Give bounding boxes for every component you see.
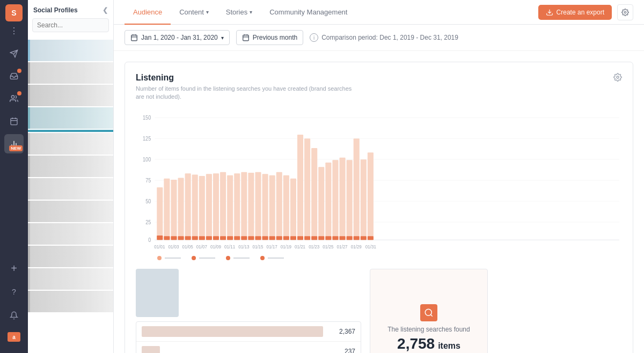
summary-unit: items (438, 341, 460, 351)
svg-rect-70 (276, 236, 282, 240)
legend-line-1 (165, 258, 181, 259)
svg-rect-3 (11, 119, 17, 125)
svg-rect-57 (234, 173, 240, 240)
sidebar-bottom: + ? a (4, 259, 24, 349)
sidebar-item-reports[interactable]: NEW (4, 134, 24, 153)
legend-item-2 (192, 256, 215, 260)
stats-table: 2,367 237 101 (136, 321, 361, 353)
stories-chevron: ▾ (250, 9, 252, 15)
svg-rect-95 (368, 152, 374, 240)
agorapulse-logo[interactable]: a (4, 329, 24, 344)
previous-month-button[interactable]: Previous month (236, 30, 303, 45)
svg-rect-49 (206, 174, 212, 240)
sidebar-item-calendar[interactable] (4, 112, 24, 131)
svg-text:01/03: 01/03 (168, 244, 179, 249)
legend-dot-1 (157, 256, 162, 260)
svg-rect-44 (185, 236, 191, 240)
svg-rect-55 (227, 175, 233, 240)
svg-rect-68 (269, 236, 275, 240)
chart-settings-button[interactable] (613, 73, 622, 84)
svg-rect-43 (185, 173, 191, 240)
svg-text:100: 100 (143, 156, 151, 163)
chart-subtitle: Number of items found in the listening s… (136, 85, 361, 101)
legend-line-4 (268, 258, 284, 259)
svg-rect-39 (171, 180, 177, 240)
svg-text:75: 75 (145, 177, 151, 183)
add-button[interactable]: + (4, 259, 24, 278)
svg-rect-51 (213, 173, 219, 240)
sidebar-item-send[interactable] (4, 44, 24, 63)
svg-rect-61 (248, 173, 254, 240)
filter-bar: Jan 1, 2020 - Jan 31, 2020 ▾ Previous mo… (114, 25, 644, 51)
tab-community-management[interactable]: Community Management (261, 0, 356, 25)
svg-text:01/11: 01/11 (224, 244, 235, 249)
legend-item-4 (260, 256, 284, 260)
svg-rect-84 (325, 236, 331, 240)
svg-rect-12 (131, 35, 137, 41)
inbox-badge (17, 69, 21, 73)
svg-rect-74 (290, 236, 296, 240)
users-badge (17, 91, 21, 95)
calendar-icon (130, 34, 138, 41)
svg-text:0: 0 (148, 237, 151, 243)
sidebar-item-users[interactable] (4, 89, 24, 108)
svg-rect-66 (262, 236, 268, 240)
bar-chart-svg: 150 125 100 75 50 25 0 (136, 110, 622, 249)
sidebar-item-inbox[interactable] (4, 67, 24, 86)
svg-text:01/25: 01/25 (323, 244, 333, 249)
svg-rect-38 (164, 236, 170, 240)
svg-rect-94 (361, 236, 367, 240)
collapse-button[interactable]: ❮ (103, 6, 108, 14)
tab-content[interactable]: Content ▾ (171, 0, 217, 25)
svg-text:01/13: 01/13 (238, 244, 249, 249)
svg-text:01/15: 01/15 (252, 244, 263, 249)
date-range-picker[interactable]: Jan 1, 2020 - Jan 31, 2020 ▾ (125, 30, 230, 45)
date-chevron: ▾ (221, 35, 224, 41)
summary-text: The listening searches found (387, 326, 470, 333)
top-nav: Audience Content ▾ Stories ▾ Community M… (114, 0, 644, 25)
svg-rect-76 (297, 236, 303, 240)
help-button[interactable]: ? (4, 282, 24, 301)
svg-rect-81 (318, 167, 324, 240)
svg-rect-85 (332, 160, 338, 240)
svg-rect-90 (347, 236, 353, 240)
stats-summary: The listening searches found 2,758 items… (370, 269, 488, 353)
svg-text:01/01: 01/01 (154, 244, 165, 249)
svg-point-20 (617, 76, 619, 78)
svg-point-2 (11, 95, 14, 98)
svg-rect-41 (178, 178, 184, 240)
avatar[interactable]: S (5, 4, 23, 21)
svg-text:01/09: 01/09 (210, 244, 221, 249)
create-export-button[interactable]: Create an export (538, 5, 612, 20)
svg-rect-58 (234, 236, 240, 240)
profiles-search-input[interactable] (32, 18, 109, 32)
legend-item-3 (226, 256, 250, 260)
svg-rect-56 (227, 236, 233, 240)
chart-area: Listening Number of items found in the l… (114, 51, 644, 353)
svg-rect-69 (276, 172, 282, 240)
svg-text:01/31: 01/31 (365, 244, 376, 249)
svg-rect-52 (213, 236, 219, 240)
svg-rect-54 (220, 236, 226, 240)
svg-text:150: 150 (143, 114, 151, 121)
svg-line-114 (430, 315, 432, 317)
svg-rect-45 (192, 174, 198, 240)
bar-chart: 150 125 100 75 50 25 0 (136, 110, 622, 249)
info-icon: i (310, 33, 318, 42)
settings-button[interactable] (617, 4, 633, 20)
chart-header: Listening Number of items found in the l… (136, 73, 622, 101)
svg-rect-78 (304, 236, 310, 240)
tab-stories[interactable]: Stories ▾ (217, 0, 261, 25)
svg-text:01/07: 01/07 (196, 244, 207, 249)
svg-rect-86 (332, 236, 338, 240)
tab-audience[interactable]: Audience (125, 0, 171, 25)
legend-dot-2 (192, 256, 196, 260)
chart-title: Listening (136, 73, 361, 83)
more-dots[interactable]: ⋮ (10, 26, 18, 36)
svg-text:01/21: 01/21 (295, 244, 305, 249)
svg-rect-53 (220, 172, 226, 240)
svg-rect-89 (347, 160, 353, 240)
svg-rect-35 (157, 187, 163, 240)
notifications-button[interactable] (4, 306, 24, 325)
svg-rect-73 (290, 178, 296, 240)
